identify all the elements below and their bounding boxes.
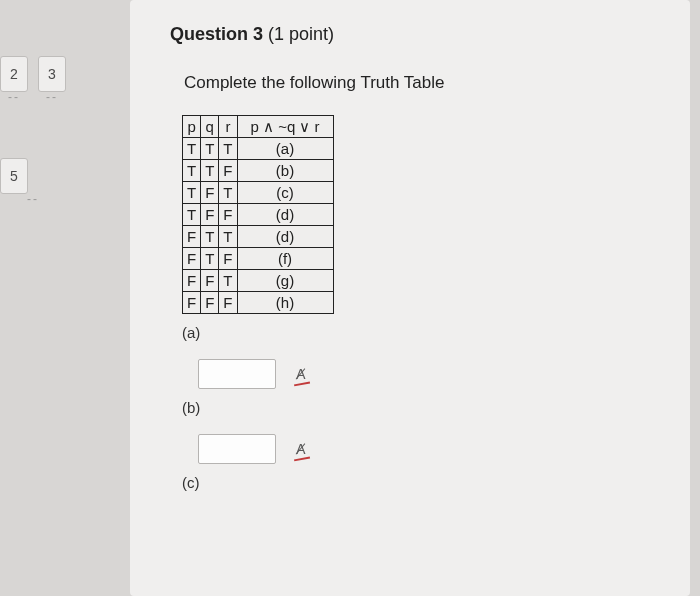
nav-question-2[interactable]: 2 [0, 56, 28, 92]
table-row: T T T (a) [183, 138, 334, 160]
cell-r: T [219, 270, 237, 292]
cell-val: (g) [237, 270, 333, 292]
cell-q: T [201, 248, 219, 270]
table-row: T T F (b) [183, 160, 334, 182]
table-row: F F T (g) [183, 270, 334, 292]
question-content: Question 3 (1 point) Complete the follow… [170, 24, 590, 509]
cell-r: T [219, 138, 237, 160]
cell-val: (c) [237, 182, 333, 204]
cell-val: (a) [237, 138, 333, 160]
cell-r: T [219, 182, 237, 204]
answer-input-a[interactable] [198, 359, 276, 389]
cell-r: T [219, 226, 237, 248]
cell-q: T [201, 160, 219, 182]
answer-section: (a) A̸ (b) A̸ (c) [182, 324, 590, 491]
cell-p: T [183, 204, 201, 226]
cell-val: (d) [237, 204, 333, 226]
nav-dashes: -- [0, 90, 28, 104]
nav-question-5[interactable]: 5 [0, 158, 28, 194]
cell-p: F [183, 292, 201, 314]
table-row: F F F (h) [183, 292, 334, 314]
cell-q: F [201, 204, 219, 226]
cell-q: T [201, 138, 219, 160]
header-r: r [219, 116, 237, 138]
question-title: Question 3 (1 point) [170, 24, 590, 45]
question-points: (1 point) [268, 24, 334, 44]
cell-p: T [183, 138, 201, 160]
format-icon[interactable]: A̸ [296, 441, 306, 457]
cell-q: T [201, 226, 219, 248]
cell-val: (b) [237, 160, 333, 182]
cell-val: (f) [237, 248, 333, 270]
cell-p: F [183, 226, 201, 248]
cell-r: F [219, 292, 237, 314]
answer-label-a: (a) [182, 324, 590, 341]
header-expr: p ∧ ~q ∨ r [237, 116, 333, 138]
truth-table: p q r p ∧ ~q ∨ r T T T (a) T T F (b) T F [182, 115, 334, 314]
cell-q: F [201, 182, 219, 204]
answer-label-b: (b) [182, 399, 590, 416]
table-row: F T T (d) [183, 226, 334, 248]
cell-r: F [219, 160, 237, 182]
cell-q: F [201, 292, 219, 314]
cell-r: F [219, 204, 237, 226]
answer-label-c: (c) [182, 474, 590, 491]
nav-dashes: -- [0, 192, 66, 206]
cell-p: T [183, 182, 201, 204]
question-nav: 2 -- 3 -- 5 -- [0, 56, 66, 206]
cell-p: F [183, 248, 201, 270]
table-header-row: p q r p ∧ ~q ∨ r [183, 116, 334, 138]
question-label: Question 3 [170, 24, 263, 44]
answer-input-b[interactable] [198, 434, 276, 464]
format-icon[interactable]: A̸ [296, 366, 306, 382]
question-instruction: Complete the following Truth Table [184, 73, 590, 93]
cell-r: F [219, 248, 237, 270]
nav-dashes: -- [38, 90, 66, 104]
cell-q: F [201, 270, 219, 292]
table-row: T F T (c) [183, 182, 334, 204]
cell-p: F [183, 270, 201, 292]
cell-val: (d) [237, 226, 333, 248]
cell-p: T [183, 160, 201, 182]
table-row: T F F (d) [183, 204, 334, 226]
table-row: F T F (f) [183, 248, 334, 270]
cell-val: (h) [237, 292, 333, 314]
nav-question-3[interactable]: 3 [38, 56, 66, 92]
header-p: p [183, 116, 201, 138]
header-q: q [201, 116, 219, 138]
